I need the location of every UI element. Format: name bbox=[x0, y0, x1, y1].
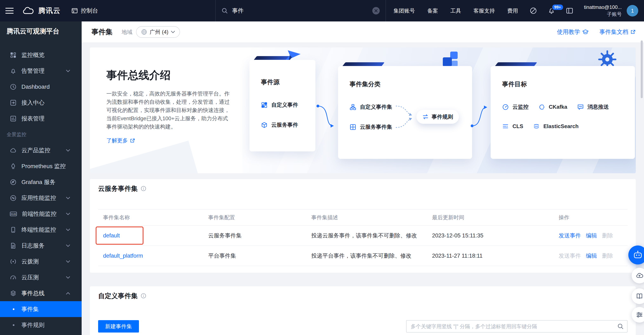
sidebar-item-apm[interactable]: 应用性能监控 bbox=[0, 190, 82, 206]
action-delete-default_platform: 删除 bbox=[602, 252, 613, 259]
topnav-tools[interactable]: 工具 bbox=[450, 7, 461, 15]
cloud-icon bbox=[10, 147, 16, 154]
sidebar-item-log-service[interactable]: 日志服务 bbox=[0, 238, 82, 253]
global-search-input[interactable] bbox=[232, 8, 372, 14]
column-header-description: 事件集描述 bbox=[306, 214, 427, 221]
info-icon[interactable] bbox=[140, 186, 146, 191]
content: 事件总线介绍 一款安全，稳定，高效的无服务器事件管理平台。作为流数据和事件的自动… bbox=[82, 43, 644, 335]
event-source-card: 事件源 自定义事件云服务事件 bbox=[250, 60, 316, 151]
search-clear-button[interactable] bbox=[372, 7, 380, 15]
action-edit-default_platform[interactable]: 编辑 bbox=[586, 252, 597, 259]
swap-arrows-icon bbox=[422, 113, 429, 120]
notification-badge: 99+ bbox=[552, 4, 564, 11]
sidebar-item-prometheus[interactable]: Prometheus 监控 bbox=[0, 158, 82, 174]
help-button[interactable] bbox=[530, 7, 537, 15]
topnav-group-account[interactable]: 集团账号 bbox=[394, 7, 415, 15]
tencent-cloud-logo[interactable]: 腾讯云 bbox=[22, 6, 60, 16]
banner-item-label: 自定义事件 bbox=[271, 101, 298, 109]
info-icon[interactable] bbox=[140, 293, 146, 299]
cloud-monitor-icon bbox=[502, 104, 509, 110]
action-send-event-default[interactable]: 发送事件 bbox=[559, 232, 581, 239]
topnav-billing[interactable]: 费用 bbox=[507, 7, 518, 15]
sidebar-item-event-rules[interactable]: 事件规则 bbox=[0, 317, 82, 333]
avatar[interactable]: 1 bbox=[627, 5, 638, 17]
topbar-nav: 集团账号备案工具客服支持费用 bbox=[394, 7, 518, 15]
topnav-support[interactable]: 客服支持 bbox=[474, 7, 495, 15]
sidebar-item-label: 事件总线 bbox=[22, 289, 44, 297]
doc-link-label: 事件集文档 bbox=[600, 28, 628, 36]
topbar-right: 集团账号备案工具客服支持费用 99+ tinattmao@100... 子账号 … bbox=[394, 4, 644, 18]
region-value: 广州 (4) bbox=[150, 29, 168, 36]
notifications-button[interactable]: 99+ bbox=[548, 7, 555, 15]
card-items: 自定义事件云服务事件 bbox=[261, 101, 309, 129]
chevron-down-icon bbox=[66, 213, 70, 215]
custom-event-icon bbox=[261, 102, 268, 108]
event-set-link-default[interactable]: default bbox=[103, 232, 120, 239]
event-set-link-default_platform[interactable]: default_platform bbox=[103, 253, 143, 259]
sidebar-item-label: 接入中心 bbox=[22, 99, 44, 107]
sidebar-item-label: Dashboard bbox=[22, 84, 50, 90]
doc-link[interactable]: 事件集文档 bbox=[600, 28, 636, 36]
table-row-default: default云服务事件集投递云服务事件，该事件集不可删除、修改2023-12-… bbox=[98, 226, 628, 246]
banner-item-label: 消息推送 bbox=[588, 103, 609, 111]
sidebar-title: 腾讯云可观测平台 bbox=[0, 22, 82, 41]
workbench-button[interactable] bbox=[566, 7, 573, 15]
tutorial-link[interactable]: 使用教学 bbox=[557, 28, 589, 36]
sidebar-item-dashboard[interactable]: Dashboard bbox=[0, 79, 82, 95]
column-header-name: 事件集名称 bbox=[98, 214, 203, 221]
sidebar-item-monitor-overview[interactable]: 监控概览 bbox=[0, 47, 82, 63]
sidebar-item-cloud-pts[interactable]: 云压测 bbox=[0, 269, 82, 285]
card-items: 云监控CKafka消息推送CLSElasticSearch bbox=[502, 103, 628, 130]
sidebar-item-event-sets[interactable]: 事件集 bbox=[0, 301, 82, 317]
terminal-icon bbox=[10, 226, 16, 233]
action-delete-default: 删除 bbox=[602, 232, 613, 239]
sidebar-section-panorama-monitor: 全景监控 bbox=[0, 126, 82, 142]
section-title: 云服务事件集 bbox=[98, 184, 138, 193]
column-header-config: 事件集配置 bbox=[203, 214, 306, 221]
card-title: 事件集分类 bbox=[350, 80, 466, 89]
sidebar-item-label: 告警管理 bbox=[22, 67, 44, 75]
banner-item-elasticsearch: ElasticSearch bbox=[533, 123, 579, 130]
external-link-icon bbox=[630, 29, 636, 35]
sidebar-item-cloud-probe[interactable]: 云拨测 bbox=[0, 253, 82, 269]
topnav-icp-filing[interactable]: 备案 bbox=[427, 7, 438, 15]
account-info[interactable]: tinattmao@100... 子账号 bbox=[584, 4, 622, 18]
sidebar-menu: 监控概览告警管理Dashboard接入中心报表管理全景监控云产品监控Promet… bbox=[0, 41, 82, 335]
learn-more-link[interactable]: 了解更多 bbox=[106, 137, 135, 144]
chevron-down-icon bbox=[66, 276, 70, 279]
sidebar-item-label: 应用性能监控 bbox=[22, 194, 56, 202]
create-event-set-button[interactable]: 新建事件集 bbox=[98, 320, 139, 332]
sidebar-item-rum[interactable]: RUM前端性能监控 bbox=[0, 206, 82, 222]
sidebar-item-grafana[interactable]: Grafana 服务 bbox=[0, 174, 82, 190]
eventbridge-icon bbox=[10, 290, 16, 297]
sidebar-item-label: 云产品监控 bbox=[22, 146, 50, 154]
console-home-link[interactable]: 控制台 bbox=[71, 7, 98, 15]
cloud-logo-icon bbox=[22, 6, 35, 15]
banner-title: 事件总线介绍 bbox=[106, 68, 235, 83]
sidebar-item-eventbridge[interactable]: 事件总线 bbox=[0, 285, 82, 301]
bullet-dot bbox=[13, 324, 14, 326]
cell-config: 平台事件集 bbox=[203, 252, 306, 259]
sidebar-item-cloud-product-monitor[interactable]: 云产品监控 bbox=[0, 142, 82, 158]
sidebar-item-alarm-management[interactable]: 告警管理 bbox=[0, 63, 82, 79]
sidebar-item-report-management[interactable]: 报表管理 bbox=[0, 111, 82, 126]
region-selector[interactable]: 广州 (4) bbox=[136, 26, 180, 38]
hamburger-menu-button[interactable] bbox=[0, 0, 19, 22]
apm-icon bbox=[10, 195, 16, 201]
book-icon bbox=[635, 292, 644, 300]
cloud-service-event-set-icon bbox=[350, 124, 356, 130]
sidebar-item-terminal-monitor[interactable]: 终端性能监控 bbox=[0, 222, 82, 238]
sidebar-item-label: 云拨测 bbox=[22, 258, 39, 265]
cloud-plus-icon bbox=[635, 271, 644, 280]
section-header: 云服务事件集 bbox=[90, 179, 636, 193]
filter-search-input[interactable] bbox=[406, 320, 628, 332]
global-search[interactable] bbox=[215, 0, 386, 22]
search-icon[interactable] bbox=[617, 323, 624, 330]
sidebar-item-label: 前端性能监控 bbox=[22, 210, 56, 218]
cloud-event-sets-section: 云服务事件集 事件集名称事件集配置事件集描述最后更新时间操作 default云服… bbox=[90, 179, 636, 273]
section-title: 自定义事件集 bbox=[98, 291, 138, 300]
scrollbar-thumb[interactable] bbox=[641, 41, 643, 98]
sidebar-item-access-center[interactable]: 接入中心 bbox=[0, 95, 82, 111]
action-edit-default[interactable]: 编辑 bbox=[586, 232, 597, 239]
page-title: 事件集 bbox=[92, 27, 112, 37]
